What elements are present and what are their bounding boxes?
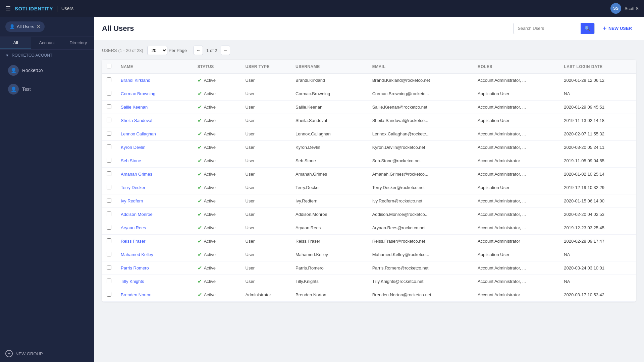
row-checkbox-10[interactable] xyxy=(107,212,111,216)
lastlogin-cell-8: 2019-12-19 10:32:29 xyxy=(559,181,636,194)
tab-directory[interactable]: Directory xyxy=(63,37,94,49)
lastlogin-cell-16: 2020-03-17 10:53:42 xyxy=(559,288,636,302)
row-checkbox-7[interactable] xyxy=(107,171,111,176)
table-toolbar: USERS (1 - 20 of 28) 20 50 100 Per Page … xyxy=(102,46,636,55)
status-icon-8: ✔ xyxy=(198,184,202,191)
user-link-12[interactable]: Reiss Fraser xyxy=(121,239,146,244)
row-checkbox-14[interactable] xyxy=(107,265,111,270)
hamburger-menu-icon[interactable]: ☰ xyxy=(5,5,11,12)
roles-cell-11: Account Administrator, ... xyxy=(473,221,559,235)
tab-all[interactable]: All xyxy=(0,37,31,49)
row-checkbox-8[interactable] xyxy=(107,185,111,189)
user-link-2[interactable]: Sallie Keenan xyxy=(121,105,148,110)
user-link-5[interactable]: Kyron Devlin xyxy=(121,145,146,150)
status-cell-6: ✔ Active xyxy=(198,158,236,164)
tab-account[interactable]: Account xyxy=(31,37,62,49)
username-cell-16: Brenden.Norton xyxy=(291,288,368,302)
username-cell-0: Brandi.Kirkland xyxy=(291,74,368,87)
count-label: USERS xyxy=(102,48,117,53)
user-link-16[interactable]: Brenden Norton xyxy=(121,292,152,297)
main-header: All Users 🔍 + NEW USER xyxy=(94,17,644,40)
status-cell-8: ✔ Active xyxy=(198,184,236,191)
status-icon-16: ✔ xyxy=(198,292,202,298)
new-user-button[interactable]: + NEW USER xyxy=(599,22,636,35)
email-cell-15: Tilly.Knights@rocketco.net xyxy=(368,275,473,288)
usertype-cell-8: User xyxy=(241,181,291,194)
user-link-10[interactable]: Addison Monroe xyxy=(121,212,153,217)
status-icon-12: ✔ xyxy=(198,238,202,244)
user-link-0[interactable]: Brandi Kirkland xyxy=(121,78,150,83)
all-users-filter[interactable]: 👤 All Users ✕ xyxy=(5,21,45,32)
sidebar-item-rocketco[interactable]: 👤 RocketCo xyxy=(3,62,91,79)
username-cell-11: Aryaan.Rees xyxy=(291,221,368,235)
row-checkbox-16[interactable] xyxy=(107,292,111,297)
roles-cell-4: Account Administrator, ... xyxy=(473,127,559,141)
username-cell-9: Ivy.Redfern xyxy=(291,194,368,208)
row-checkbox-13[interactable] xyxy=(107,252,111,256)
status-cell-0: ✔ Active xyxy=(198,77,236,83)
row-checkbox-15[interactable] xyxy=(107,279,111,283)
status-icon-4: ✔ xyxy=(198,131,202,137)
user-link-14[interactable]: Parris Romero xyxy=(121,265,149,270)
status-icon-13: ✔ xyxy=(198,251,202,258)
user-link-6[interactable]: Seb Stone xyxy=(121,158,141,163)
col-header-lastlogin: LAST LOGIN DATE xyxy=(559,60,636,74)
user-link-15[interactable]: Tilly Knights xyxy=(121,279,144,284)
user-link-13[interactable]: Mahamed Kelley xyxy=(121,252,153,257)
email-cell-10: Addison.Monroe@rocketco... xyxy=(368,208,473,221)
next-page-button[interactable]: → xyxy=(221,46,230,55)
row-checkbox-4[interactable] xyxy=(107,131,111,136)
usertype-cell-4: User xyxy=(241,127,291,141)
prev-page-button[interactable]: ← xyxy=(194,46,203,55)
username-cell-4: Lennox.Callaghan xyxy=(291,127,368,141)
search-button[interactable]: 🔍 xyxy=(581,23,594,34)
status-cell-4: ✔ Active xyxy=(198,131,236,137)
user-link-3[interactable]: Sheila Sandoval xyxy=(121,118,152,123)
lastlogin-cell-15: NA xyxy=(559,275,636,288)
new-user-plus-icon: + xyxy=(603,25,606,32)
user-link-8[interactable]: Terry Decker xyxy=(121,185,146,190)
row-checkbox-6[interactable] xyxy=(107,158,111,163)
search-input[interactable] xyxy=(514,23,581,34)
usertype-cell-13: User xyxy=(241,248,291,261)
row-checkbox-11[interactable] xyxy=(107,225,111,230)
email-cell-9: Ivy.Redfern@rocketco.net xyxy=(368,194,473,208)
status-cell-9: ✔ Active xyxy=(198,198,236,204)
row-checkbox-12[interactable] xyxy=(107,238,111,243)
user-link-9[interactable]: Ivy Redfern xyxy=(121,198,143,203)
row-checkbox-2[interactable] xyxy=(107,104,111,109)
avatar: SS xyxy=(610,3,621,14)
filter-label: All Users xyxy=(17,24,34,29)
username-cell-12: Reiss.Fraser xyxy=(291,235,368,248)
sidebar-group-rocketco[interactable]: ▼ ROCKETCO ACOUNT xyxy=(0,50,94,61)
row-checkbox-5[interactable] xyxy=(107,144,111,149)
username-cell-10: Addison.Monroe xyxy=(291,208,368,221)
lastlogin-cell-14: 2020-03-24 03:10:01 xyxy=(559,261,636,275)
per-page-dropdown[interactable]: 20 50 100 xyxy=(147,46,167,55)
per-page-label: Per Page xyxy=(169,48,187,53)
pagination: ← 1 of 2 → xyxy=(194,46,230,55)
row-checkbox-3[interactable] xyxy=(107,118,111,122)
status-icon-9: ✔ xyxy=(198,198,202,204)
test-icon: 👤 xyxy=(8,84,19,95)
row-checkbox-0[interactable] xyxy=(107,77,111,82)
status-icon-2: ✔ xyxy=(198,104,202,110)
lastlogin-cell-7: 2020-01-02 10:25:14 xyxy=(559,168,636,181)
user-link-7[interactable]: Amanah Grimes xyxy=(121,172,152,177)
user-link-11[interactable]: Aryaan Rees xyxy=(121,225,146,230)
row-checkbox-9[interactable] xyxy=(107,198,111,203)
status-cell-1: ✔ Active xyxy=(198,90,236,97)
select-all-checkbox[interactable] xyxy=(107,64,111,68)
roles-cell-5: Account Administrator, ... xyxy=(473,141,559,154)
row-checkbox-1[interactable] xyxy=(107,91,111,96)
usertype-cell-7: User xyxy=(241,168,291,181)
status-icon-6: ✔ xyxy=(198,158,202,164)
usertype-cell-15: User xyxy=(241,275,291,288)
new-group-button[interactable]: + NEW GROUP xyxy=(5,350,89,357)
user-link-4[interactable]: Lennox Callaghan xyxy=(121,131,156,136)
group-label: ROCKETCO ACOUNT xyxy=(12,53,52,58)
sidebar-item-label-test: Test xyxy=(22,86,31,92)
user-link-1[interactable]: Cormac Browning xyxy=(121,91,155,96)
filter-clear-icon[interactable]: ✕ xyxy=(36,23,41,30)
sidebar-item-test[interactable]: 👤 Test xyxy=(3,80,91,98)
